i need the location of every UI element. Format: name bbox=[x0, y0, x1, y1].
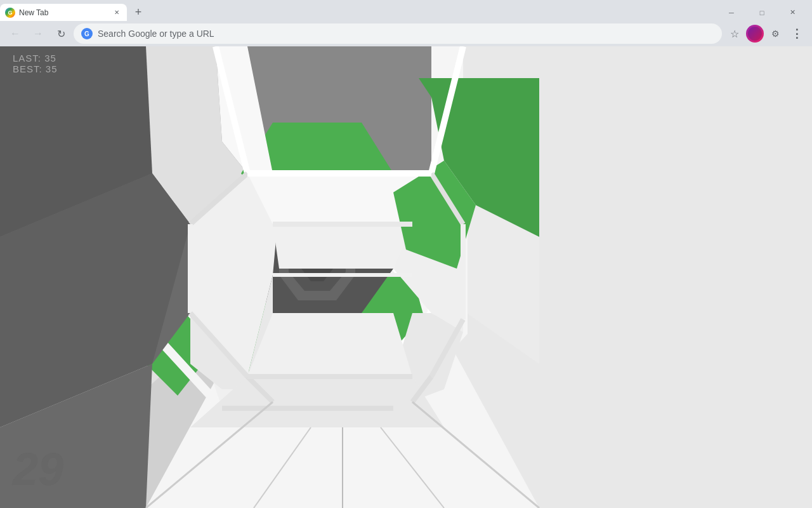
svg-marker-39 bbox=[273, 224, 412, 269]
chrome-window: G New Tab ✕ + ─ □ ✕ ← → ↻ G Search Googl… bbox=[0, 0, 812, 508]
extensions-button[interactable]: ⚙ bbox=[765, 23, 785, 44]
menu-button[interactable]: ⋮ bbox=[787, 23, 807, 44]
refresh-button[interactable]: ↻ bbox=[51, 23, 71, 44]
title-bar: G New Tab ✕ + ─ □ ✕ bbox=[0, 0, 812, 21]
forward-button[interactable]: → bbox=[28, 23, 48, 44]
active-tab[interactable]: G New Tab ✕ bbox=[0, 4, 127, 21]
game-scene bbox=[0, 46, 812, 508]
svg-marker-40 bbox=[247, 313, 412, 377]
minimize-button[interactable]: ─ bbox=[717, 2, 746, 23]
address-bar: ← → ↻ G Search Google or type a URL ☆ ⚙ … bbox=[0, 21, 812, 46]
tab-favicon: G bbox=[5, 8, 15, 18]
score-overlay: LAST: 35 BEST: 35 bbox=[13, 53, 58, 74]
profile-button[interactable] bbox=[746, 25, 764, 43]
url-bar[interactable]: G Search Google or type a URL bbox=[74, 23, 722, 44]
back-button[interactable]: ← bbox=[5, 23, 25, 44]
last-score: LAST: 35 bbox=[13, 53, 58, 64]
close-button[interactable]: ✕ bbox=[778, 2, 807, 23]
best-score: BEST: 35 bbox=[13, 64, 58, 74]
profile-avatar bbox=[748, 27, 762, 41]
current-score: 29 bbox=[13, 443, 63, 495]
toolbar-right: ☆ ⚙ ⋮ bbox=[724, 23, 807, 44]
tab-title: New Tab bbox=[19, 8, 108, 17]
tab-close-button[interactable]: ✕ bbox=[112, 8, 122, 18]
url-text: Search Google or type a URL bbox=[98, 29, 714, 39]
tab-strip: G New Tab ✕ + bbox=[0, 4, 712, 21]
bookmark-button[interactable]: ☆ bbox=[724, 23, 745, 44]
window-controls: ─ □ ✕ bbox=[712, 4, 812, 21]
new-tab-button[interactable]: + bbox=[129, 4, 147, 22]
game-content[interactable]: LAST: 35 BEST: 35 29 bbox=[0, 46, 812, 508]
maximize-button[interactable]: □ bbox=[747, 2, 776, 23]
google-icon: G bbox=[81, 28, 93, 39]
